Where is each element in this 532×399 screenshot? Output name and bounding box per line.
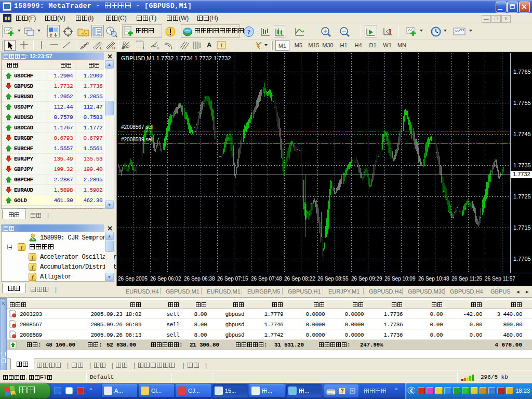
svg-text:D: D bbox=[112, 46, 115, 50]
svg-text:F: F bbox=[157, 46, 160, 50]
svg-text:F: F bbox=[171, 46, 174, 50]
svg-text:E: E bbox=[100, 46, 102, 50]
svg-text:?: ? bbox=[247, 28, 251, 36]
svg-text:T: T bbox=[220, 42, 223, 48]
svg-text:F: F bbox=[143, 46, 145, 50]
